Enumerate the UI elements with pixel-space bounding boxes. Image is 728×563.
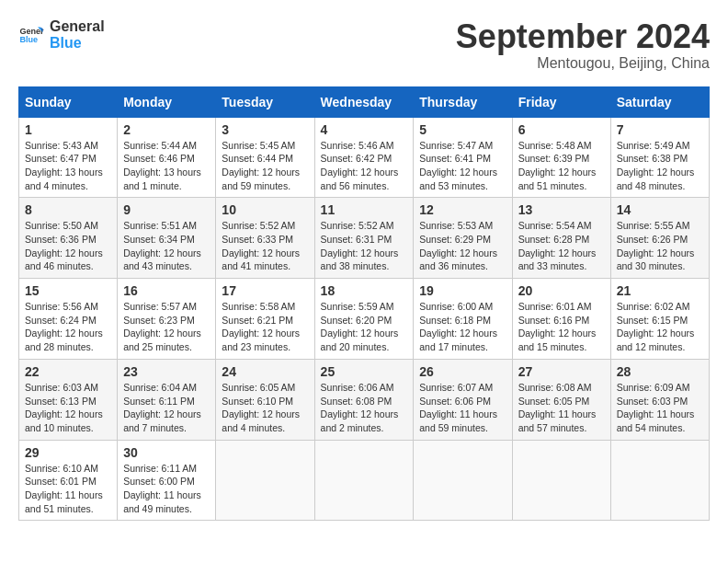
day-number: 13 — [518, 202, 605, 217]
day-number: 9 — [123, 202, 210, 217]
day-info: Sunrise: 6:11 AM Sunset: 6:00 PM Dayligh… — [123, 462, 210, 516]
calendar-week-row: 22Sunrise: 6:03 AM Sunset: 6:13 PM Dayli… — [19, 359, 710, 440]
weekday-header-friday: Friday — [512, 86, 610, 117]
day-number: 20 — [518, 283, 605, 298]
calendar-cell: 18Sunrise: 5:59 AM Sunset: 6:20 PM Dayli… — [314, 279, 414, 360]
calendar-cell: 14Sunrise: 5:55 AM Sunset: 6:26 PM Dayli… — [610, 198, 709, 279]
calendar-cell — [314, 440, 414, 521]
calendar-cell — [512, 440, 610, 521]
calendar-cell: 20Sunrise: 6:01 AM Sunset: 6:16 PM Dayli… — [512, 279, 610, 360]
day-number: 16 — [123, 283, 210, 298]
calendar-cell: 4Sunrise: 5:46 AM Sunset: 6:42 PM Daylig… — [314, 117, 414, 198]
calendar-cell: 26Sunrise: 6:07 AM Sunset: 6:06 PM Dayli… — [414, 359, 512, 440]
calendar-cell: 13Sunrise: 5:54 AM Sunset: 6:28 PM Dayli… — [512, 198, 610, 279]
day-number: 22 — [25, 364, 111, 379]
calendar-cell: 15Sunrise: 5:56 AM Sunset: 6:24 PM Dayli… — [19, 279, 118, 360]
day-info: Sunrise: 6:01 AM Sunset: 6:16 PM Dayligh… — [518, 300, 605, 354]
day-number: 23 — [123, 364, 210, 379]
day-info: Sunrise: 5:54 AM Sunset: 6:28 PM Dayligh… — [518, 219, 605, 273]
calendar-week-row: 15Sunrise: 5:56 AM Sunset: 6:24 PM Dayli… — [19, 279, 710, 360]
day-number: 1 — [25, 122, 111, 137]
weekday-header-thursday: Thursday — [414, 86, 512, 117]
day-number: 17 — [222, 283, 308, 298]
day-info: Sunrise: 6:10 AM Sunset: 6:01 PM Dayligh… — [25, 462, 111, 516]
day-number: 24 — [222, 364, 308, 379]
day-number: 29 — [25, 445, 111, 460]
day-number: 4 — [321, 122, 408, 137]
calendar-cell: 12Sunrise: 5:53 AM Sunset: 6:29 PM Dayli… — [414, 198, 512, 279]
calendar-cell: 22Sunrise: 6:03 AM Sunset: 6:13 PM Dayli… — [19, 359, 118, 440]
calendar-cell: 8Sunrise: 5:50 AM Sunset: 6:36 PM Daylig… — [19, 198, 118, 279]
day-info: Sunrise: 6:07 AM Sunset: 6:06 PM Dayligh… — [419, 381, 506, 435]
day-number: 19 — [419, 283, 506, 298]
day-info: Sunrise: 6:02 AM Sunset: 6:15 PM Dayligh… — [617, 300, 703, 354]
day-number: 10 — [222, 202, 308, 217]
calendar-cell: 3Sunrise: 5:45 AM Sunset: 6:44 PM Daylig… — [216, 117, 314, 198]
calendar-cell — [610, 440, 709, 521]
calendar-header: SundayMondayTuesdayWednesdayThursdayFrid… — [19, 86, 710, 117]
day-info: Sunrise: 6:06 AM Sunset: 6:08 PM Dayligh… — [321, 381, 408, 435]
weekday-header-sunday: Sunday — [19, 86, 118, 117]
day-info: Sunrise: 5:50 AM Sunset: 6:36 PM Dayligh… — [25, 219, 111, 273]
day-number: 6 — [518, 122, 605, 137]
day-number: 26 — [419, 364, 506, 379]
day-number: 8 — [25, 202, 111, 217]
day-info: Sunrise: 6:09 AM Sunset: 6:03 PM Dayligh… — [617, 381, 703, 435]
calendar-week-row: 8Sunrise: 5:50 AM Sunset: 6:36 PM Daylig… — [19, 198, 710, 279]
logo-line2: Blue — [50, 35, 105, 52]
weekday-header-saturday: Saturday — [610, 86, 709, 117]
calendar-cell — [216, 440, 314, 521]
day-info: Sunrise: 6:08 AM Sunset: 6:05 PM Dayligh… — [518, 381, 605, 435]
day-number: 11 — [321, 202, 408, 217]
calendar-cell: 30Sunrise: 6:11 AM Sunset: 6:00 PM Dayli… — [118, 440, 216, 521]
day-number: 12 — [419, 202, 506, 217]
location: Mentougou, Beijing, China — [456, 55, 710, 72]
calendar-cell: 19Sunrise: 6:00 AM Sunset: 6:18 PM Dayli… — [414, 279, 512, 360]
day-info: Sunrise: 5:59 AM Sunset: 6:20 PM Dayligh… — [321, 300, 408, 354]
day-info: Sunrise: 5:55 AM Sunset: 6:26 PM Dayligh… — [617, 219, 703, 273]
day-info: Sunrise: 5:56 AM Sunset: 6:24 PM Dayligh… — [25, 300, 111, 354]
day-info: Sunrise: 5:45 AM Sunset: 6:44 PM Dayligh… — [222, 139, 308, 193]
day-number: 5 — [419, 122, 506, 137]
calendar-cell: 24Sunrise: 6:05 AM Sunset: 6:10 PM Dayli… — [216, 359, 314, 440]
calendar-cell: 10Sunrise: 5:52 AM Sunset: 6:33 PM Dayli… — [216, 198, 314, 279]
weekday-header-wednesday: Wednesday — [314, 86, 414, 117]
calendar-cell: 28Sunrise: 6:09 AM Sunset: 6:03 PM Dayli… — [610, 359, 709, 440]
day-info: Sunrise: 5:48 AM Sunset: 6:39 PM Dayligh… — [518, 139, 605, 193]
day-number: 30 — [123, 445, 210, 460]
day-info: Sunrise: 5:58 AM Sunset: 6:21 PM Dayligh… — [222, 300, 308, 354]
calendar-cell: 6Sunrise: 5:48 AM Sunset: 6:39 PM Daylig… — [512, 117, 610, 198]
day-info: Sunrise: 5:46 AM Sunset: 6:42 PM Dayligh… — [321, 139, 408, 193]
day-info: Sunrise: 5:51 AM Sunset: 6:34 PM Dayligh… — [123, 219, 210, 273]
day-info: Sunrise: 5:44 AM Sunset: 6:46 PM Dayligh… — [123, 139, 210, 193]
calendar-cell: 9Sunrise: 5:51 AM Sunset: 6:34 PM Daylig… — [118, 198, 216, 279]
calendar-cell: 11Sunrise: 5:52 AM Sunset: 6:31 PM Dayli… — [314, 198, 414, 279]
calendar-cell — [414, 440, 512, 521]
logo-line1: General — [50, 18, 105, 35]
weekday-header-row: SundayMondayTuesdayWednesdayThursdayFrid… — [19, 86, 710, 117]
calendar-table: SundayMondayTuesdayWednesdayThursdayFrid… — [18, 86, 710, 522]
calendar-cell: 2Sunrise: 5:44 AM Sunset: 6:46 PM Daylig… — [118, 117, 216, 198]
day-info: Sunrise: 6:03 AM Sunset: 6:13 PM Dayligh… — [25, 381, 111, 435]
day-info: Sunrise: 5:52 AM Sunset: 6:33 PM Dayligh… — [222, 219, 308, 273]
calendar-cell: 21Sunrise: 6:02 AM Sunset: 6:15 PM Dayli… — [610, 279, 709, 360]
calendar-cell: 25Sunrise: 6:06 AM Sunset: 6:08 PM Dayli… — [314, 359, 414, 440]
logo-icon: General Blue — [18, 22, 44, 48]
calendar-cell: 1Sunrise: 5:43 AM Sunset: 6:47 PM Daylig… — [19, 117, 118, 198]
day-info: Sunrise: 6:05 AM Sunset: 6:10 PM Dayligh… — [222, 381, 308, 435]
calendar-cell: 23Sunrise: 6:04 AM Sunset: 6:11 PM Dayli… — [118, 359, 216, 440]
day-info: Sunrise: 5:43 AM Sunset: 6:47 PM Dayligh… — [25, 139, 111, 193]
weekday-header-monday: Monday — [118, 86, 216, 117]
calendar-week-row: 29Sunrise: 6:10 AM Sunset: 6:01 PM Dayli… — [19, 440, 710, 521]
day-number: 28 — [617, 364, 703, 379]
day-info: Sunrise: 6:04 AM Sunset: 6:11 PM Dayligh… — [123, 381, 210, 435]
calendar-week-row: 1Sunrise: 5:43 AM Sunset: 6:47 PM Daylig… — [19, 117, 710, 198]
calendar-cell: 29Sunrise: 6:10 AM Sunset: 6:01 PM Dayli… — [19, 440, 118, 521]
page-header: General Blue General Blue September 2024… — [18, 18, 710, 72]
day-number: 2 — [123, 122, 210, 137]
month-title: September 2024 — [456, 18, 710, 55]
day-info: Sunrise: 5:47 AM Sunset: 6:41 PM Dayligh… — [419, 139, 506, 193]
day-number: 15 — [25, 283, 111, 298]
weekday-header-tuesday: Tuesday — [216, 86, 314, 117]
day-info: Sunrise: 6:00 AM Sunset: 6:18 PM Dayligh… — [419, 300, 506, 354]
